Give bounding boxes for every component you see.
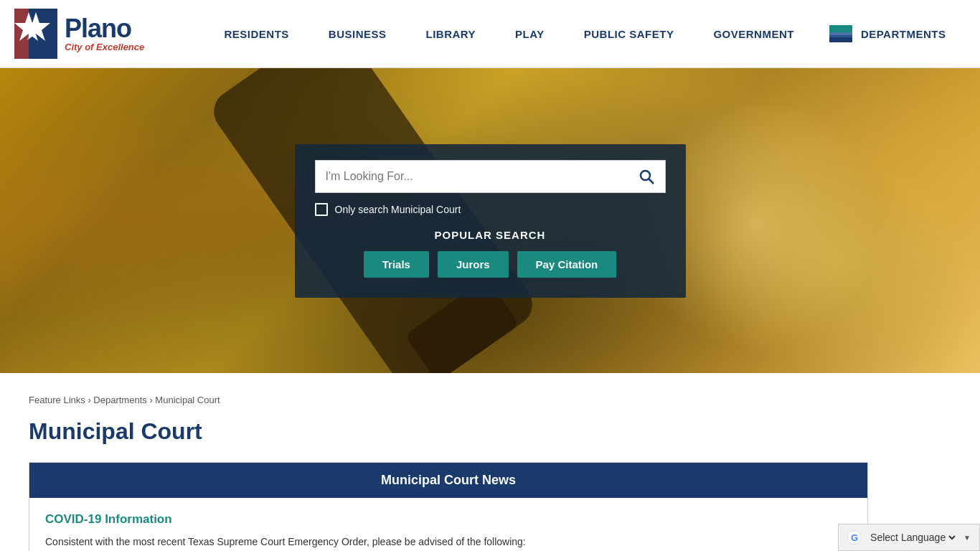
nav-item-play[interactable]: PLAY: [508, 22, 552, 46]
checkbox-row: Only search Municipal Court: [315, 203, 666, 216]
svg-line-8: [649, 179, 654, 184]
news-header: Municipal Court News: [29, 463, 867, 498]
news-body: COVID-19 Information Consistent with the…: [29, 498, 867, 551]
content-area: Feature Links › Departments › Municipal …: [0, 373, 980, 551]
search-box[interactable]: [315, 160, 666, 193]
popular-search-title: POPULAR SEARCH: [315, 229, 666, 241]
plano-logo-icon: [14, 9, 57, 59]
popular-search-buttons: Trials Jurors Pay Citation: [315, 251, 666, 278]
breadcrumb-feature-links[interactable]: Feature Links: [29, 395, 85, 405]
page-title: Municipal Court: [29, 418, 951, 445]
logo-area[interactable]: Plano City of Excellence: [14, 9, 204, 59]
language-selector[interactable]: G Select Language English Spanish French…: [838, 524, 980, 551]
svg-rect-6: [829, 25, 852, 32]
departments-icon: [826, 21, 855, 47]
popular-btn-pay-citation[interactable]: Pay Citation: [517, 251, 617, 278]
nav-item-government[interactable]: GOVERNMENT: [706, 22, 801, 46]
nav-item-public-safety[interactable]: PUBLIC SAFETY: [577, 22, 682, 46]
covid-line-1: Consistent with the most recent Texas Su…: [45, 536, 526, 547]
svg-point-7: [641, 171, 650, 180]
search-button[interactable]: [628, 161, 665, 192]
search-icon: [638, 168, 655, 185]
news-container: Municipal Court News COVID-19 Informatio…: [29, 462, 868, 551]
search-input[interactable]: [316, 161, 628, 192]
breadcrumb: Feature Links › Departments › Municipal …: [29, 395, 951, 405]
checkbox-label[interactable]: Only search Municipal Court: [335, 204, 461, 215]
nav-item-business[interactable]: BUSINESS: [321, 22, 394, 46]
logo-city-name: Plano: [65, 16, 144, 42]
logo-city-subtitle: City of Excellence: [65, 42, 144, 52]
municipal-court-checkbox[interactable]: [315, 203, 328, 216]
nav-item-departments[interactable]: DEPARTMENTS: [826, 21, 953, 47]
google-translate-icon: G: [847, 530, 862, 545]
covid-text: Consistent with the most recent Texas Su…: [45, 534, 852, 551]
language-select-dropdown[interactable]: Select Language English Spanish French C…: [867, 531, 958, 544]
breadcrumb-departments[interactable]: Departments: [93, 395, 146, 405]
nav-item-residents[interactable]: RESIDENTS: [217, 22, 296, 46]
logo-text: Plano City of Excellence: [65, 16, 144, 52]
breadcrumb-municipal-court[interactable]: Municipal Court: [155, 395, 220, 405]
search-overlay: Only search Municipal Court POPULAR SEAR…: [295, 144, 686, 298]
hero-banner: Only search Municipal Court POPULAR SEAR…: [0, 68, 980, 373]
chevron-down-icon: ▼: [963, 534, 971, 542]
covid-title: COVID-19 Information: [45, 512, 852, 527]
header: Plano City of Excellence RESIDENTS BUSIN…: [0, 0, 980, 68]
main-nav: RESIDENTS BUSINESS LIBRARY PLAY PUBLIC S…: [204, 21, 966, 47]
popular-btn-trials[interactable]: Trials: [364, 251, 429, 278]
nav-departments-label[interactable]: DEPARTMENTS: [861, 22, 953, 46]
popular-btn-jurors[interactable]: Jurors: [438, 251, 509, 278]
nav-item-library[interactable]: LIBRARY: [419, 22, 484, 46]
